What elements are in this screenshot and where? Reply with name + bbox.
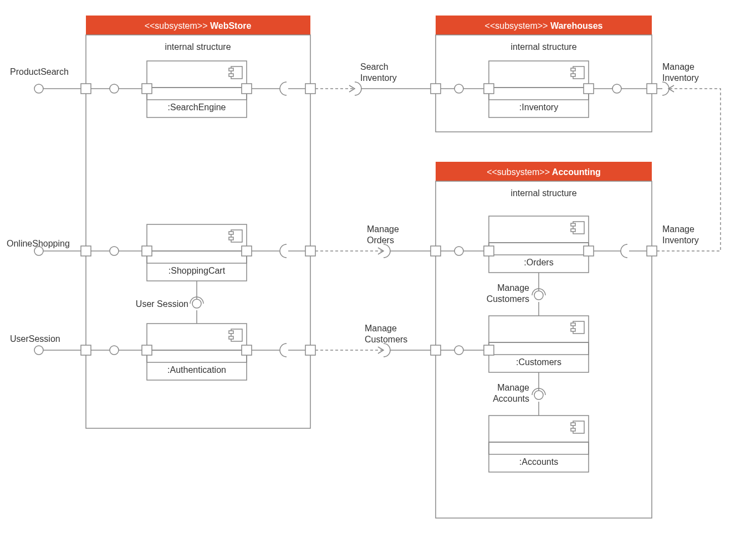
subsystem-accounting: <<subsystem>> Accounting internal struct…: [431, 162, 657, 518]
shopping-cart-label: :ShoppingCart: [168, 266, 226, 275]
warehouses-title: Warehouses: [550, 21, 603, 30]
svg-rect-34: [484, 84, 494, 94]
svg-rect-62: [571, 329, 575, 331]
svg-rect-14: [229, 237, 233, 240]
svg-rect-48: [571, 229, 575, 232]
port-icon: [142, 246, 152, 256]
svg-point-110: [612, 84, 621, 93]
svg-rect-37: [647, 84, 657, 94]
svg-text:Manage: Manage: [662, 224, 694, 234]
svg-text:Customers: Customers: [487, 294, 529, 304]
svg-rect-63: [484, 345, 494, 355]
component-shopping-cart: :ShoppingCart: [142, 224, 252, 281]
uml-diagram: <<subsystem>> WebStore internal structur…: [0, 0, 756, 533]
svg-text:Inventory: Inventory: [360, 73, 397, 83]
port-icon: [305, 345, 315, 355]
svg-text:Manage: Manage: [497, 283, 529, 293]
svg-rect-49: [484, 246, 494, 256]
svg-rect-8: [229, 74, 233, 76]
svg-text:Manage: Manage: [367, 224, 399, 234]
svg-rect-76: [431, 246, 441, 256]
internal-structure-label: internal structure: [165, 42, 231, 52]
svg-rect-19: [229, 331, 233, 334]
svg-point-52: [534, 291, 543, 300]
svg-point-129: [454, 346, 463, 355]
svg-rect-75: [571, 428, 575, 431]
svg-text:UserSession: UserSession: [10, 334, 60, 344]
wire-left-search: [91, 84, 142, 93]
webstore-title: WebStore: [210, 21, 251, 30]
svg-rect-61: [571, 323, 575, 326]
interface-lollipop: [192, 299, 201, 308]
svg-rect-35: [584, 84, 594, 94]
port-icon: [142, 84, 152, 94]
user-session-label: User Session: [136, 299, 188, 309]
svg-rect-20: [229, 336, 233, 339]
svg-point-83: [34, 247, 43, 255]
svg-point-86: [34, 346, 43, 355]
port-icon: [305, 84, 315, 94]
svg-rect-7: [229, 68, 233, 71]
svg-rect-47: [571, 223, 575, 226]
svg-text:Manage: Manage: [365, 324, 397, 333]
component-authentication: :Authentication: [142, 324, 252, 380]
svg-rect-13: [229, 232, 233, 234]
external-online-shopping: OnlineShopping: [7, 239, 81, 255]
port-icon: [305, 246, 315, 256]
svg-text:Search: Search: [360, 62, 389, 71]
port-icon: [242, 345, 252, 355]
svg-point-107: [454, 84, 463, 93]
authentication-label: :Authentication: [167, 365, 226, 375]
svg-text::Inventory: :Inventory: [519, 102, 558, 112]
svg-text::Customers: :Customers: [516, 357, 561, 367]
svg-text:Inventory: Inventory: [662, 235, 699, 245]
svg-point-65: [534, 391, 543, 399]
svg-text:<<subsystem>> 
      Accountin: <<subsystem>> Accounting: [487, 167, 601, 177]
svg-text:Customers: Customers: [365, 335, 407, 344]
port-icon: [81, 84, 91, 94]
svg-text:Accounts: Accounts: [493, 394, 529, 403]
component-accounts: :Accounts: [489, 416, 589, 472]
port-icon: [142, 345, 152, 355]
wire-right-cart: [252, 244, 305, 258]
subsystem-webstore: <<subsystem>> WebStore internal structur…: [81, 16, 315, 428]
svg-text:<<subsystem>> 
      Warehouse: <<subsystem>> Warehouses: [485, 21, 603, 30]
svg-text:<<subsystem>>
       
      We: <<subsystem>> WebStore: [145, 21, 252, 30]
svg-rect-77: [431, 345, 441, 355]
port-icon: [81, 345, 91, 355]
component-customers: :Customers: [484, 316, 589, 372]
svg-text:ProductSearch: ProductSearch: [10, 67, 69, 76]
svg-point-89: [110, 84, 119, 93]
component-search-engine: :SearchEngine: [142, 61, 252, 117]
wire-left-cart: [91, 247, 142, 255]
component-orders: :Orders: [484, 216, 594, 273]
svg-text:Orders: Orders: [367, 235, 394, 245]
svg-text::Accounts: :Accounts: [519, 457, 558, 467]
svg-text:Inventory: Inventory: [662, 73, 699, 83]
link-manage-customers: Manage Customers: [315, 324, 431, 357]
link-search-inventory: Search Inventory: [315, 62, 431, 95]
wire-left-auth: [91, 346, 142, 355]
link-manage-orders: Manage Orders: [315, 224, 431, 258]
svg-text:internal structure: internal structure: [510, 42, 576, 52]
accounting-title: Accounting: [552, 167, 601, 177]
svg-text:Manage: Manage: [497, 383, 529, 392]
stereotype-label: <<subsystem>>: [145, 21, 208, 30]
svg-rect-78: [647, 246, 657, 256]
subsystem-warehouses: <<subsystem>> Warehouses internal struct…: [431, 16, 657, 132]
wire-right-auth: [252, 344, 305, 357]
svg-point-80: [34, 84, 43, 93]
port-icon: [81, 246, 91, 256]
external-product-search: ProductSearch: [10, 67, 81, 93]
svg-point-95: [110, 346, 119, 355]
svg-point-92: [110, 247, 119, 255]
port-icon: [242, 84, 252, 94]
component-inventory: :Inventory: [484, 61, 594, 117]
svg-rect-33: [571, 74, 575, 76]
svg-rect-74: [571, 423, 575, 426]
wire-right-search: [252, 82, 305, 95]
svg-rect-50: [584, 246, 594, 256]
svg-rect-32: [571, 68, 575, 71]
svg-text:Manage: Manage: [662, 62, 694, 71]
port-icon: [242, 246, 252, 256]
